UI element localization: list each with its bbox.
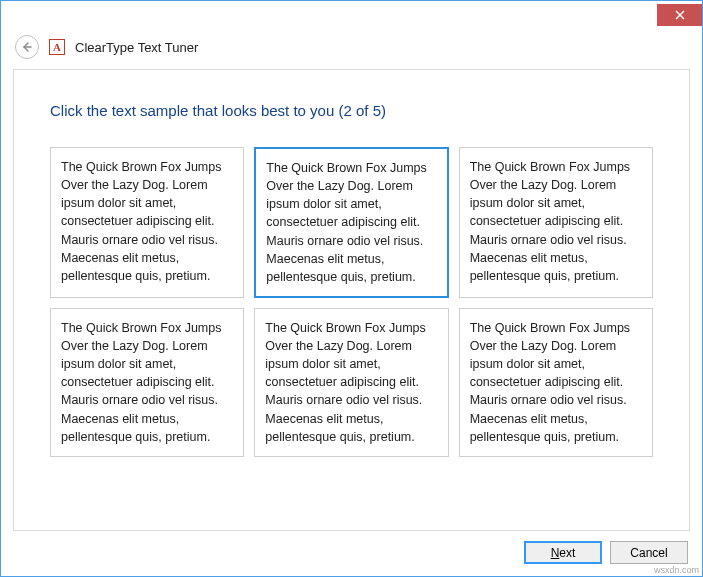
content-wrap: Click the text sample that looks best to… [1, 69, 702, 531]
page-heading: Click the text sample that looks best to… [50, 102, 653, 119]
back-button[interactable] [15, 35, 39, 59]
content-panel: Click the text sample that looks best to… [13, 69, 690, 531]
app-title: ClearType Text Tuner [75, 40, 198, 55]
text-sample-1[interactable]: The Quick Brown Fox Jumps Over the Lazy … [50, 147, 244, 298]
titlebar [1, 1, 702, 29]
text-sample-3[interactable]: The Quick Brown Fox Jumps Over the Lazy … [459, 147, 653, 298]
back-arrow-icon [21, 41, 33, 53]
close-icon [675, 10, 685, 20]
cancel-button[interactable]: Cancel [610, 541, 688, 564]
sample-grid: The Quick Brown Fox Jumps Over the Lazy … [50, 147, 653, 457]
app-icon: A [49, 39, 65, 55]
window-frame: A ClearType Text Tuner Click the text sa… [0, 0, 703, 577]
next-button[interactable]: Next [524, 541, 602, 564]
text-sample-2[interactable]: The Quick Brown Fox Jumps Over the Lazy … [254, 147, 448, 298]
text-sample-5[interactable]: The Quick Brown Fox Jumps Over the Lazy … [254, 308, 448, 457]
header: A ClearType Text Tuner [1, 29, 702, 69]
close-button[interactable] [657, 4, 702, 26]
text-sample-4[interactable]: The Quick Brown Fox Jumps Over the Lazy … [50, 308, 244, 457]
button-row: Next Cancel [1, 531, 702, 576]
next-button-rest: ext [559, 546, 575, 560]
text-sample-6[interactable]: The Quick Brown Fox Jumps Over the Lazy … [459, 308, 653, 457]
